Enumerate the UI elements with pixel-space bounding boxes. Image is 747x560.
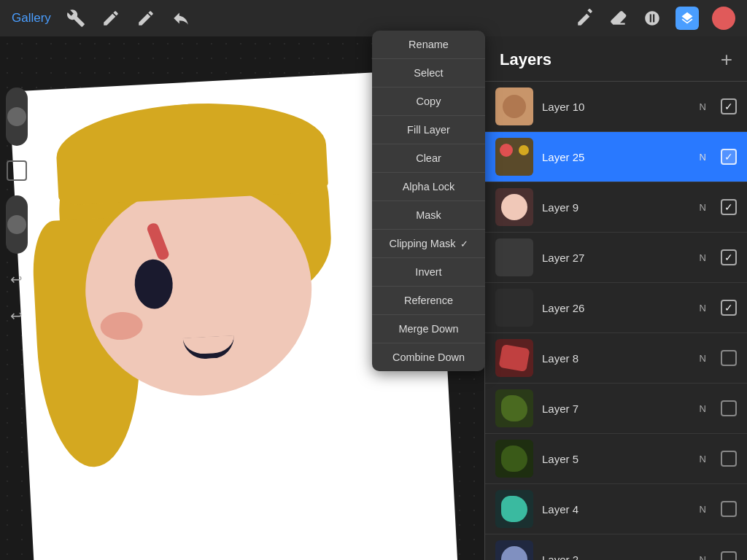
layer-8-name: Layer 8	[542, 352, 691, 365]
layer-item-27[interactable]: Layer 27 N	[485, 233, 747, 283]
layers-panel-title: Layers	[500, 50, 551, 69]
layer-4-visibility[interactable]	[721, 501, 737, 517]
pen-icon[interactable]	[136, 8, 156, 28]
layer-25-name: Layer 25	[542, 151, 691, 163]
context-clear[interactable]: Clear	[372, 144, 485, 173]
left-sidebar: ↩ ↩	[0, 73, 33, 560]
layer-8-visibility[interactable]	[721, 350, 737, 366]
square-tool-button[interactable]	[7, 160, 27, 181]
add-layer-button[interactable]: +	[721, 50, 732, 70]
layer-7-n: N	[700, 403, 706, 414]
layer-5-thumb	[495, 440, 533, 478]
layer-9-name: Layer 9	[542, 201, 691, 214]
opacity-slider[interactable]	[6, 195, 28, 254]
layer-7-name: Layer 7	[542, 402, 691, 415]
undo-button[interactable]: ↩	[6, 268, 28, 290]
draw-pen-icon[interactable]	[575, 8, 595, 28]
layer-4-thumb	[495, 490, 533, 528]
layer-27-name: Layer 27	[542, 252, 691, 264]
layer-10-name: Layer 10	[542, 101, 691, 113]
redo-button[interactable]: ↩	[6, 305, 28, 327]
layer-10-thumb	[495, 88, 533, 125]
layer-10-n: N	[700, 101, 706, 112]
layer-item-5[interactable]: Layer 5 N	[485, 434, 747, 484]
layer-item-8[interactable]: Layer 8 N	[485, 333, 747, 384]
context-copy[interactable]: Copy	[372, 88, 485, 116]
toolbar-right	[575, 7, 735, 30]
top-toolbar: Gallery	[0, 0, 747, 36]
layer-27-n: N	[700, 252, 706, 263]
layer-item-26[interactable]: Layer 26 N	[485, 283, 747, 333]
gallery-button[interactable]: Gallery	[12, 11, 51, 26]
layer-2-n: N	[700, 554, 706, 561]
layer-2-name: Layer 2	[542, 553, 691, 561]
layer-25-n: N	[700, 152, 706, 163]
layers-panel-button[interactable]	[676, 7, 699, 30]
context-menu: Rename Select Copy Fill Layer Clear Alph…	[372, 31, 485, 371]
layer-5-visibility[interactable]	[721, 451, 737, 467]
layer-2-visibility[interactable]	[721, 551, 737, 560]
wrench-icon[interactable]	[66, 8, 86, 28]
context-merge-down[interactable]: Merge Down	[372, 315, 485, 343]
context-fill-layer[interactable]: Fill Layer	[372, 116, 485, 144]
selection-icon[interactable]	[101, 8, 121, 28]
layer-9-n: N	[700, 202, 706, 213]
layer-8-n: N	[700, 353, 706, 364]
context-invert[interactable]: Invert	[372, 258, 485, 287]
layer-7-thumb	[495, 389, 533, 427]
layer-25-thumb	[495, 138, 533, 176]
context-select[interactable]: Select	[372, 59, 485, 88]
context-combine-down[interactable]: Combine Down	[372, 343, 485, 371]
layer-9-visibility[interactable]	[721, 199, 737, 215]
transform-icon[interactable]	[171, 8, 191, 28]
clipping-mask-checkmark: ✓	[460, 238, 468, 249]
color-picker-button[interactable]	[712, 7, 735, 30]
layer-27-thumb	[495, 238, 533, 276]
layer-26-n: N	[700, 303, 706, 314]
layer-item-7[interactable]: Layer 7 N	[485, 384, 747, 434]
layer-item-9[interactable]: Layer 9 N	[485, 182, 747, 233]
layer-8-thumb	[495, 339, 533, 377]
layer-9-thumb	[495, 188, 533, 226]
context-clipping-mask[interactable]: Clipping Mask ✓	[372, 230, 485, 258]
layer-5-n: N	[700, 454, 706, 464]
layers-panel-header: Layers +	[485, 36, 747, 82]
layer-10-visibility[interactable]	[721, 98, 737, 114]
layer-5-name: Layer 5	[542, 453, 691, 465]
layer-4-name: Layer 4	[542, 503, 691, 516]
context-rename[interactable]: Rename	[372, 31, 485, 59]
layer-4-n: N	[700, 504, 706, 515]
brush-size-slider[interactable]	[6, 88, 28, 146]
layer-25-visibility[interactable]	[721, 149, 737, 165]
layer-item-25[interactable]: Layer 25 N	[485, 132, 747, 182]
layer-26-name: Layer 26	[542, 302, 691, 314]
layer-26-visibility[interactable]	[721, 300, 737, 316]
context-alpha-lock[interactable]: Alpha Lock	[372, 173, 485, 201]
layer-item-2[interactable]: Layer 2 N	[485, 534, 747, 560]
layers-panel: Layers + Layer 10 N Layer 25 N Layer 9 N…	[484, 36, 747, 560]
layer-26-thumb	[495, 289, 533, 327]
layer-7-visibility[interactable]	[721, 400, 737, 416]
context-reference[interactable]: Reference	[372, 287, 485, 315]
context-mask[interactable]: Mask	[372, 201, 485, 230]
eraser-icon[interactable]	[608, 8, 629, 28]
layer-item-10[interactable]: Layer 10 N	[485, 82, 747, 132]
layer-27-visibility[interactable]	[721, 249, 737, 265]
layer-item-4[interactable]: Layer 4 N	[485, 484, 747, 534]
toolbar-left: Gallery	[12, 8, 191, 28]
smudge-icon[interactable]	[642, 8, 662, 28]
layer-2-thumb	[495, 540, 533, 560]
